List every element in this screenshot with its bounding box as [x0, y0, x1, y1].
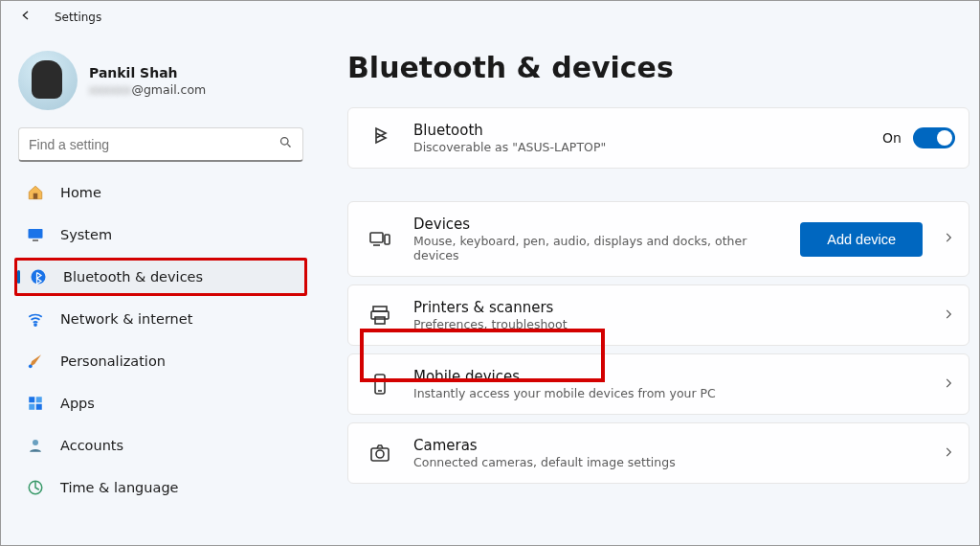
- search-input[interactable]: [29, 137, 278, 152]
- card-title: Bluetooth: [413, 122, 863, 139]
- card-title: Devices: [413, 216, 781, 233]
- svg-point-8: [34, 324, 36, 326]
- sidebar: Pankil Shah xxxxxx@gmail.com Home System: [1, 34, 319, 545]
- svg-point-25: [376, 450, 384, 458]
- sidebar-item-bluetooth-devices[interactable]: Bluetooth & devices: [14, 258, 307, 296]
- svg-line-3: [287, 144, 290, 147]
- toggle-label: On: [882, 130, 902, 146]
- chevron-right-icon: [942, 230, 955, 248]
- search-box[interactable]: [18, 127, 303, 162]
- printers-scanners-card[interactable]: Printers & scanners Preferences, trouble…: [347, 284, 969, 346]
- avatar: [18, 51, 78, 110]
- sidebar-item-label: Accounts: [60, 438, 123, 453]
- card-title: Mobile devices: [413, 368, 923, 385]
- chevron-right-icon: [942, 307, 955, 325]
- chevron-right-icon: [942, 375, 955, 394]
- window-title: Settings: [55, 11, 101, 24]
- svg-rect-17: [385, 235, 390, 244]
- profile-email: xxxxxx@gmail.com: [89, 82, 206, 97]
- svg-rect-11: [36, 397, 42, 402]
- cameras-card[interactable]: Cameras Connected cameras, default image…: [347, 422, 969, 484]
- printer-icon: [366, 304, 394, 327]
- home-icon: [26, 184, 45, 201]
- bluetooth-icon: [29, 268, 48, 285]
- card-title: Cameras: [413, 437, 923, 454]
- devices-card[interactable]: Devices Mouse, keyboard, pen, audio, dis…: [347, 201, 969, 277]
- accounts-icon: [26, 437, 45, 454]
- apps-icon: [26, 395, 45, 412]
- card-subtitle: Connected cameras, default image setting…: [413, 455, 923, 469]
- chevron-right-icon: [942, 444, 955, 463]
- svg-rect-4: [33, 193, 38, 199]
- svg-rect-16: [370, 233, 383, 242]
- card-subtitle: Mouse, keyboard, pen, audio, displays an…: [413, 234, 781, 262]
- sidebar-item-label: Time & language: [60, 480, 179, 495]
- brush-icon: [26, 353, 45, 370]
- sidebar-item-time-language[interactable]: Time & language: [14, 468, 307, 507]
- sidebar-item-label: Home: [60, 185, 101, 200]
- svg-rect-13: [36, 404, 42, 410]
- mobile-devices-card[interactable]: Mobile devices Instantly access your mob…: [347, 353, 969, 415]
- svg-rect-21: [375, 317, 385, 324]
- clock-globe-icon: [26, 479, 45, 496]
- search-icon: [278, 135, 293, 153]
- svg-point-14: [33, 440, 38, 445]
- add-device-button[interactable]: Add device: [800, 222, 923, 257]
- sidebar-item-personalization[interactable]: Personalization: [14, 342, 307, 380]
- sidebar-item-label: Network & internet: [60, 311, 192, 327]
- sidebar-item-accounts[interactable]: Accounts: [14, 426, 307, 465]
- card-subtitle: Preferences, troubleshoot: [413, 317, 923, 331]
- back-arrow-icon[interactable]: [18, 8, 33, 27]
- page-title: Bluetooth & devices: [347, 51, 969, 84]
- system-icon: [26, 226, 45, 243]
- wifi-icon: [26, 310, 45, 328]
- sidebar-item-system[interactable]: System: [14, 216, 307, 254]
- profile-name: Pankil Shah: [89, 65, 206, 80]
- sidebar-item-label: System: [60, 227, 112, 242]
- main-content: Bluetooth & devices Bluetooth Discoverab…: [319, 34, 979, 545]
- nav-list: Home System Bluetooth & devices Network …: [14, 173, 307, 507]
- profile-block[interactable]: Pankil Shah xxxxxx@gmail.com: [14, 47, 307, 124]
- sidebar-item-label: Personalization: [60, 353, 166, 369]
- devices-icon: [366, 228, 394, 251]
- svg-point-2: [281, 138, 289, 146]
- sidebar-item-network[interactable]: Network & internet: [14, 300, 307, 338]
- sidebar-item-home[interactable]: Home: [14, 173, 307, 212]
- card-subtitle: Instantly access your mobile devices fro…: [413, 386, 923, 400]
- titlebar: Settings: [1, 1, 979, 34]
- svg-rect-12: [29, 404, 34, 410]
- svg-rect-6: [33, 239, 38, 241]
- card-subtitle: Discoverable as "ASUS-LAPTOP": [413, 140, 863, 154]
- svg-rect-5: [29, 229, 43, 239]
- card-title: Printers & scanners: [413, 299, 923, 316]
- bluetooth-card: Bluetooth Discoverable as "ASUS-LAPTOP" …: [347, 107, 969, 169]
- bluetooth-toggle[interactable]: [913, 127, 955, 148]
- bluetooth-icon: [366, 126, 394, 149]
- sidebar-item-label: Apps: [60, 396, 95, 411]
- sidebar-item-label: Bluetooth & devices: [63, 269, 203, 284]
- svg-point-9: [29, 364, 33, 368]
- svg-rect-10: [29, 397, 34, 402]
- mobile-icon: [366, 373, 394, 396]
- camera-icon: [366, 442, 394, 465]
- sidebar-item-apps[interactable]: Apps: [14, 384, 307, 422]
